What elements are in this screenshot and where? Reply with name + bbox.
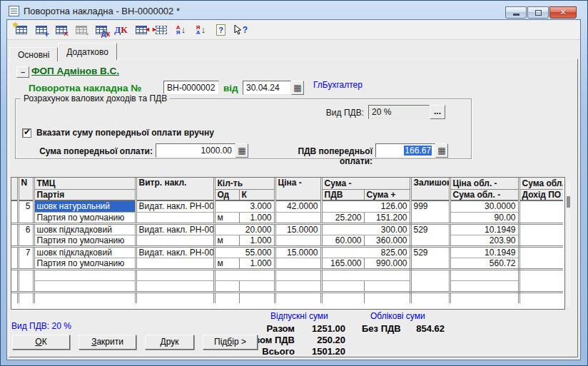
cell-acc-price[interactable]: 30.0000 [450, 200, 519, 212]
cell-sum[interactable]: 126.00 [321, 200, 410, 212]
prepay-input[interactable]: 1000.00 [156, 143, 235, 158]
delete-row-button[interactable]: ✕ [51, 21, 71, 39]
cell-party[interactable]: Партия по умолчанию [34, 235, 136, 246]
vat-type-browse-button[interactable]: ... [430, 105, 445, 119]
counterparty-link[interactable]: ФОП Адмінов В.С. [31, 66, 119, 76]
tab-extra[interactable]: Додатково [58, 43, 117, 60]
sort-ascending-button[interactable]: АЯ↓ [171, 21, 191, 39]
col-header-acc-price: Ціна обл. - [450, 178, 519, 189]
cell-sum[interactable]: 300.00 [321, 223, 410, 235]
cell-sum[interactable]: 825.00 [321, 246, 410, 258]
calendar-button[interactable]: ▦ [291, 81, 304, 95]
doc-number-input[interactable]: ВН-0000002 [163, 81, 219, 95]
table-row[interactable]: 7 шовк підкладковий Видат. накл. РН-000 … [11, 246, 563, 258]
cell-acc-sum[interactable]: 560.72 [450, 258, 519, 269]
app-window: Поворотна накладна - ВН-0000002 * ✕ ★ + … [0, 0, 588, 366]
cell-coef[interactable]: 1.000 [239, 212, 275, 223]
vat-type-input[interactable]: 20 % [368, 105, 430, 119]
close-button[interactable]: ✕ [549, 6, 577, 19]
context-help-button[interactable]: ? [231, 21, 250, 39]
cell-unit[interactable]: м [214, 235, 239, 246]
cell-n[interactable]: 6 [18, 223, 34, 246]
cell-remainder[interactable]: 529 [410, 223, 450, 246]
maximize-button[interactable] [527, 6, 549, 19]
cell-sum-plus[interactable]: 990.000 [364, 258, 410, 269]
minimize-button[interactable] [505, 6, 527, 19]
accountant-link[interactable]: ГлБухгалтер [313, 80, 363, 90]
select-items-button[interactable]: Підбір > [203, 335, 258, 350]
prepay-vat-calc-button[interactable]: ▦ [435, 143, 448, 158]
cell-n[interactable]: 7 [18, 246, 34, 269]
cell-invoice[interactable]: Видат. накл. РН-000 [136, 223, 214, 235]
collapse-button[interactable]: – [16, 66, 29, 78]
manual-prepay-checkbox[interactable]: ✔ [22, 128, 31, 138]
new-record-button[interactable]: ★ [11, 21, 31, 39]
grand-total-value: 1501.20 [298, 346, 345, 357]
print-button[interactable]: Друк [145, 335, 194, 350]
cell-vat[interactable]: 60.000 [321, 235, 364, 246]
cell-remainder[interactable]: 529 [410, 246, 450, 269]
pull-row-button[interactable]: ◄ [131, 21, 151, 39]
col-header-invoice: Витр. накл. [136, 178, 214, 200]
cell-tmc[interactable]: шовк підкладковий [34, 223, 136, 235]
cell-qty[interactable]: 3.000 [214, 200, 275, 212]
cell-qty[interactable]: 20.000 [214, 223, 275, 235]
sort-descending-button[interactable]: ЯА↓ [191, 21, 211, 39]
cell-price[interactable]: 15.0000 [275, 223, 321, 235]
cell-party[interactable]: Партия по умолчанию [34, 212, 136, 223]
cell-vat[interactable]: 165.000 [321, 258, 364, 269]
cell-sum-plus[interactable]: 360.000 [364, 235, 410, 246]
cell-party[interactable]: Партия по умолчанию [34, 258, 136, 269]
help-button[interactable]: ? [211, 21, 230, 39]
col-header-sum-plus: Сума + [364, 189, 410, 200]
ok-button[interactable]: ОК [12, 335, 70, 350]
col-header-acc-sum: Сума обл. - [450, 189, 519, 200]
cell-acc-price[interactable]: 10.1949 [450, 223, 519, 235]
prepay-vat-input[interactable]: 166.67 [375, 143, 435, 158]
table-row-empty[interactable] [11, 280, 563, 292]
cell-invoice[interactable]: Видат. накл. РН-000 [136, 246, 214, 258]
cell-invoice[interactable]: Видат. накл. РН-000 [136, 200, 214, 212]
cell-unit[interactable]: м [214, 212, 239, 223]
cell-tmc[interactable]: шовк підкладковий [34, 246, 136, 258]
cell-acc-sum[interactable]: 203.90 [450, 235, 519, 246]
plus-icon: + [44, 29, 49, 39]
sort-desc-icon: ЯА↓ [196, 24, 206, 35]
cell-n[interactable]: 5 [18, 200, 34, 223]
cell-price[interactable]: 42.0000 [275, 200, 321, 212]
dk-table-button[interactable]: Дк [91, 21, 111, 39]
table-row[interactable]: Партия по умолчанию м 1.000 60.000 360.0… [11, 235, 563, 246]
cell-price[interactable]: 15.0000 [275, 246, 321, 258]
close-form-button[interactable]: Закрити [78, 335, 136, 350]
table-row-empty[interactable] [11, 269, 563, 280]
cell-coef[interactable]: 1.000 [239, 258, 275, 269]
table-row[interactable]: Партия по умолчанию м 1.000 165.000 990.… [11, 258, 563, 269]
table-row[interactable]: Партия по умолчанию м 1.000 25.200 151.2… [11, 212, 563, 223]
add-row-button[interactable]: + [31, 21, 51, 39]
cell-remainder[interactable]: 999 [410, 200, 450, 223]
dk-button[interactable]: ДК [111, 21, 131, 39]
cell-sum-plus[interactable]: 151.200 [364, 212, 410, 223]
tab-main[interactable]: Основні [9, 47, 58, 61]
prepay-calc-button[interactable]: ▦ [235, 143, 248, 158]
table-row[interactable]: 6 шовк підкладковий Видат. накл. РН-000 … [11, 223, 563, 235]
table-row-stub[interactable] [11, 292, 563, 303]
cell-acc-sum[interactable]: 90.00 [450, 212, 519, 223]
titlebar[interactable]: Поворотна накладна - ВН-0000002 * ✕ [6, 1, 581, 19]
cell-vat[interactable]: 25.200 [321, 212, 364, 223]
maximize-icon [535, 10, 542, 16]
cell-unit[interactable]: м [214, 258, 239, 269]
scrollbar-thumb[interactable] [567, 196, 570, 208]
col-header-coef: К [239, 189, 275, 200]
new-star-icon: ★ [12, 21, 19, 29]
cell-coef[interactable]: 1.000 [239, 235, 275, 246]
cell-acc-price[interactable]: 10.1949 [450, 246, 519, 258]
items-table: N ТМЦ Витр. накл. Кіл-ть Ціна - Сума - З… [11, 177, 565, 310]
cell-qty[interactable]: 55.000 [214, 246, 275, 258]
push-row-button[interactable]: ► [151, 21, 171, 39]
date-input[interactable]: 30.04.24 [243, 81, 291, 95]
table-vertical-scrollbar[interactable] [567, 181, 570, 306]
table-row[interactable]: 5 шовк натуральний Видат. накл. РН-000 3… [11, 200, 563, 212]
checkmark-icon: ✔ [24, 127, 31, 137]
cell-tmc-selected[interactable]: шовк натуральний [34, 200, 136, 212]
